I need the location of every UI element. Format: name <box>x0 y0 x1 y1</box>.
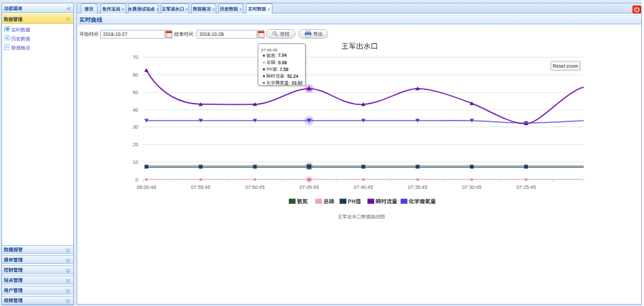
svg-text:50: 50 <box>133 89 138 95</box>
svg-text:20: 20 <box>133 141 138 148</box>
svg-text:07:40:45: 07:40:45 <box>354 184 373 190</box>
svg-text:30: 30 <box>133 124 138 130</box>
svg-text:07:30:45: 07:30:45 <box>462 184 481 190</box>
svg-text:60: 60 <box>133 72 138 78</box>
svg-text:70: 70 <box>133 54 138 60</box>
svg-text:0: 0 <box>136 177 138 183</box>
svg-text:10: 10 <box>133 159 138 165</box>
svg-text:40: 40 <box>133 107 138 113</box>
svg-text:08:00:48: 08:00:48 <box>137 184 156 190</box>
svg-text:07:25:45: 07:25:45 <box>517 184 536 190</box>
svg-text:07:50:45: 07:50:45 <box>245 184 264 190</box>
svg-text:07:45:45: 07:45:45 <box>300 184 319 190</box>
svg-text:07:35:45: 07:35:45 <box>408 184 427 190</box>
svg-text:07:55:45: 07:55:45 <box>191 184 210 190</box>
